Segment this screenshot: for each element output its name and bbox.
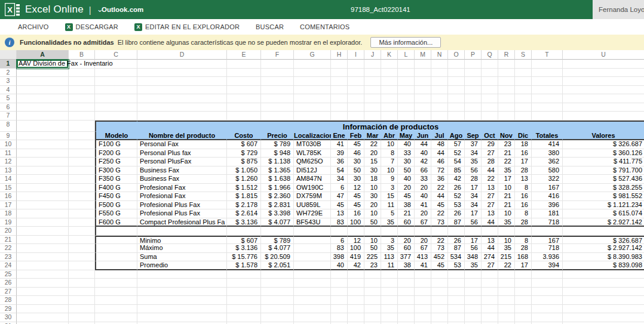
cell-L27[interactable] <box>398 288 415 297</box>
cell-N1[interactable] <box>431 60 448 69</box>
cell-N24[interactable]: 45 <box>431 261 448 270</box>
cell-E4[interactable] <box>227 86 261 95</box>
cell-A13[interactable] <box>17 166 69 175</box>
cell-G9[interactable]: Localizacion <box>294 132 331 141</box>
cell-K13[interactable]: 10 <box>381 166 398 175</box>
cell-Q11[interactable]: 27 <box>482 149 498 158</box>
cell-J6[interactable] <box>364 103 381 112</box>
cell-C12[interactable]: F250 G <box>95 158 137 166</box>
cell-H12[interactable]: 36 <box>331 158 348 166</box>
cell-L23[interactable]: 377 <box>398 253 415 262</box>
cell-E6[interactable] <box>227 103 261 112</box>
cell-K5[interactable] <box>381 94 398 103</box>
cell-U6[interactable] <box>563 103 644 112</box>
cell-I21[interactable]: 12 <box>348 236 364 245</box>
cell-M11[interactable]: 40 <box>415 149 431 158</box>
cell-M19[interactable]: 67 <box>415 218 431 227</box>
cell-P3[interactable] <box>465 77 482 86</box>
cell-H29[interactable] <box>331 305 348 314</box>
cell-U12[interactable]: $ 411.775 <box>563 158 644 166</box>
cell-L22[interactable]: 60 <box>398 244 415 253</box>
cell-F21[interactable]: $ 789 <box>261 236 294 245</box>
cell-H6[interactable] <box>331 103 348 112</box>
cell-J20[interactable] <box>364 227 381 236</box>
cell-A10[interactable] <box>17 140 69 149</box>
cell-O14[interactable]: 42 <box>448 175 465 184</box>
cell-B4[interactable] <box>69 86 95 95</box>
cell-O5[interactable] <box>448 94 465 103</box>
cell-J2[interactable] <box>364 69 381 78</box>
cell-U1[interactable] <box>563 60 644 69</box>
cell-Q9[interactable]: Oct <box>482 132 498 141</box>
cell-M2[interactable] <box>415 69 431 78</box>
cell-R25[interactable] <box>498 270 515 279</box>
cell-J5[interactable] <box>364 94 381 103</box>
cell-R22[interactable]: 35 <box>498 244 515 253</box>
cell-O2[interactable] <box>448 69 465 78</box>
cell-K15[interactable]: 3 <box>381 184 398 193</box>
outlook-link[interactable]: Outlook.com <box>102 0 143 19</box>
cell-S29[interactable] <box>515 305 532 314</box>
cell-Q25[interactable] <box>482 270 498 279</box>
cell-K4[interactable] <box>381 86 398 95</box>
column-header-P[interactable]: P <box>465 50 482 60</box>
cell-A14[interactable] <box>17 175 69 184</box>
cell-M5[interactable] <box>415 94 431 103</box>
cell-L19[interactable]: 60 <box>398 218 415 227</box>
cell-P2[interactable] <box>465 69 482 78</box>
cell-R29[interactable] <box>498 305 515 314</box>
cell-A25[interactable] <box>17 270 69 279</box>
cell-F12[interactable]: $ 1.138 <box>261 158 294 166</box>
cell-K22[interactable]: 35 <box>381 244 398 253</box>
cell-O15[interactable]: 26 <box>448 184 465 193</box>
cell-K21[interactable]: 3 <box>381 236 398 245</box>
row-header-13[interactable]: 13 <box>0 166 17 175</box>
column-header-D[interactable]: D <box>137 50 227 60</box>
cell-H25[interactable] <box>331 270 348 279</box>
cell-Q19[interactable]: 44 <box>482 218 498 227</box>
menu-comentarios[interactable]: COMENTARIOS <box>300 23 349 30</box>
cell-O24[interactable]: 53 <box>448 261 465 270</box>
cell-N17[interactable]: 45 <box>431 201 448 210</box>
cell-B20[interactable] <box>69 227 95 236</box>
cell-G31[interactable] <box>294 322 331 324</box>
cell-M31[interactable] <box>415 322 431 324</box>
cell-K19[interactable]: 35 <box>381 218 398 227</box>
cell-R31[interactable] <box>498 322 515 324</box>
cell-H9[interactable]: Ene <box>331 132 348 141</box>
cell-H14[interactable]: 34 <box>331 175 348 184</box>
cell-D20[interactable] <box>137 227 227 236</box>
cell-C29[interactable] <box>95 305 137 314</box>
cell-C6[interactable] <box>95 103 137 112</box>
cell-O16[interactable]: 52 <box>448 192 465 201</box>
cell-I15[interactable]: 12 <box>348 184 364 193</box>
cell-C30[interactable] <box>95 313 137 322</box>
cell-O19[interactable]: 87 <box>448 218 465 227</box>
column-header-K[interactable]: K <box>381 50 398 60</box>
cell-K6[interactable] <box>381 103 398 112</box>
cell-S9[interactable]: Dic <box>515 132 532 141</box>
cell-N31[interactable] <box>431 322 448 324</box>
cell-L20[interactable] <box>398 227 415 236</box>
cell-R7[interactable] <box>498 112 515 121</box>
cell-K26[interactable] <box>381 279 398 288</box>
cell-U3[interactable] <box>563 77 644 86</box>
cell-R9[interactable]: Nov <box>498 132 515 141</box>
cell-P1[interactable] <box>465 60 482 69</box>
cell-N9[interactable]: Jul <box>431 132 448 141</box>
cell-C14[interactable]: F350 G <box>95 175 137 184</box>
cell-E18[interactable]: $ 2.614 <box>227 209 261 218</box>
cell-U10[interactable]: $ 326.687 <box>563 140 644 149</box>
cell-I4[interactable] <box>348 86 364 95</box>
cell-L18[interactable]: 21 <box>398 209 415 218</box>
cell-D11[interactable]: Personal Plus fax <box>137 149 227 158</box>
cell-P16[interactable]: 34 <box>465 192 482 201</box>
cell-G16[interactable]: DX759M <box>294 192 331 201</box>
cell-R30[interactable] <box>498 313 515 322</box>
cell-E24[interactable]: $ 1.578 <box>227 261 261 270</box>
cell-S13[interactable]: 28 <box>515 166 532 175</box>
cell-U14[interactable]: $ 527.436 <box>563 175 644 184</box>
cell-C8[interactable] <box>95 121 137 132</box>
cell-L11[interactable]: 33 <box>398 149 415 158</box>
cell-K3[interactable] <box>381 77 398 86</box>
